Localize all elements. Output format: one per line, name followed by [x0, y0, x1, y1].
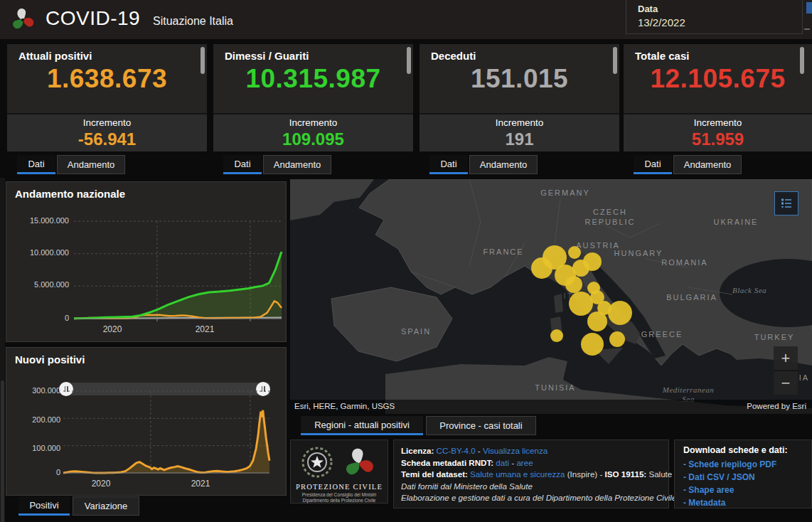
footer-text: (Inspire) - [565, 469, 604, 479]
andamento-nazionale-chart[interactable] [74, 221, 282, 319]
tab-dati-1[interactable]: Dati [17, 155, 55, 174]
footer-text: Salute [648, 469, 672, 479]
map-bubble[interactable] [609, 331, 625, 347]
y-tick: 200.000 [4, 415, 60, 424]
card-increment-section: Incremento -56.941 [7, 113, 207, 151]
tab-variazione[interactable]: Variazione [73, 496, 139, 516]
map-bubble[interactable] [608, 301, 632, 325]
footer-text: Elaborazione e gestione dati a cura del … [401, 493, 676, 502]
tab-province-casi-totali[interactable]: Province - casi totali [426, 416, 536, 435]
card-scrollbar[interactable] [613, 47, 617, 74]
license-line: Scheda metadati RNDT: dati - aree [401, 457, 661, 469]
map-container[interactable]: GERMANYCZECHREPUBLICUKRAINEFRANCEAUSTRIA… [290, 179, 812, 414]
map-bubble[interactable] [569, 292, 593, 316]
footer-link[interactable]: CC-BY-4.0 [437, 446, 476, 455]
legend-list-icon [780, 197, 793, 210]
tab-dati-2[interactable]: Dati [223, 155, 262, 174]
map-bubble[interactable] [565, 276, 582, 293]
card-dimessi-guariti: Dimessi / Guariti 10.315.987 Incremento … [213, 44, 413, 151]
map-bubble[interactable] [531, 257, 552, 279]
increment-value: 51.959 [624, 129, 812, 149]
footer-text: - [509, 458, 516, 467]
footer-text: Temi del dataset: [401, 469, 470, 479]
license-line: Dati forniti dal Ministero della Salute [401, 481, 661, 493]
tab-dati-4[interactable]: Dati [634, 155, 672, 174]
license-line: Temi del dataset: Salute umana e sicurez… [401, 469, 661, 481]
footer-link[interactable]: dati [496, 458, 509, 467]
tab-positivi[interactable]: Positivi [18, 496, 70, 516]
increment-value: 191 [420, 129, 619, 149]
date-label: Data [638, 4, 658, 14]
y-tick: 10.000.000 [12, 248, 69, 257]
tab-andamento-4[interactable]: Andamento [673, 155, 742, 174]
y-tick: 5.000.000 [12, 280, 69, 289]
y-tick: 0 [12, 314, 69, 322]
y-tick: 0 [4, 468, 60, 476]
card-value: 151.015 [420, 64, 619, 94]
card-value: 1.638.673 [7, 64, 207, 94]
increment-value: -56.941 [7, 129, 207, 149]
tab-andamento-2[interactable]: Andamento [263, 155, 331, 174]
increment-label: Incremento [624, 117, 812, 128]
download-box: Download schede e dati: - Schede riepilo… [674, 440, 812, 508]
map-bubble[interactable] [550, 329, 563, 342]
download-link[interactable]: - Shape aree [683, 484, 803, 496]
zoom-in-button[interactable]: + [774, 346, 798, 370]
download-link[interactable]: - Dati CSV / JSON [683, 471, 803, 484]
map-bubble[interactable] [572, 260, 589, 277]
increment-value: 109.095 [213, 129, 413, 149]
footer-link[interactable]: Salute umana e sicurezza [470, 469, 565, 479]
protezione-civile-logo-box: PROTEZIONE CIVILE Presidenza del Consigl… [290, 440, 388, 504]
increment-label: Incremento [420, 117, 619, 128]
card-scrollbar[interactable] [800, 47, 804, 74]
covid-dashboard: COVID-19 Situazione Italia Data 13/2/202… [0, 0, 812, 522]
attribution-text: Esri, HERE, Garmin, USGS [294, 402, 395, 410]
app-subtitle: Situazione Italia [153, 15, 233, 28]
header-divider [802, 0, 803, 33]
increment-label: Incremento [213, 117, 413, 128]
page-scrollbar-track[interactable] [0, 178, 5, 522]
y-tick: 100.000 [4, 444, 60, 452]
nuovi-positivi-area [63, 410, 269, 473]
map-attribution: Esri, HERE, Garmin, USGS Powered by Esri [290, 400, 812, 414]
tab-andamento-1[interactable]: Andamento [57, 155, 125, 174]
download-title: Download schede e dati: [683, 445, 803, 455]
card-increment-section: Incremento 51.959 [624, 113, 812, 151]
date-slicer[interactable]: Data 13/2/2022 [626, 0, 803, 34]
zoom-out-button[interactable]: − [774, 371, 798, 395]
protezione-civile-trilobo-icon [341, 444, 378, 481]
card-scrollbar[interactable] [407, 47, 411, 74]
map-bubble[interactable] [568, 246, 581, 259]
card-title: Dimessi / Guariti [225, 50, 309, 62]
map-bubble[interactable] [587, 311, 607, 331]
card-title: Attuali positivi [18, 50, 92, 62]
header-bar: COVID-19 Situazione Italia Data 13/2/202… [0, 0, 812, 39]
footer-link[interactable]: Visualizza licenza [483, 446, 547, 455]
legend-button[interactable] [774, 191, 798, 215]
license-line: Licenza: CC-BY-4.0 - Visualizza licenza [401, 445, 661, 457]
tab-andamento-3[interactable]: Andamento [469, 155, 538, 174]
bubble-layer [290, 179, 812, 414]
tab-regioni-attuali-positivi[interactable]: Regioni - attuali positivi [301, 416, 423, 435]
download-link[interactable]: - Metadata [683, 496, 803, 509]
repubblica-italiana-emblem-icon [299, 444, 335, 480]
app-title: COVID-19 [46, 7, 140, 30]
license-lines: Licenza: CC-BY-4.0 - Visualizza licenzaS… [401, 445, 661, 504]
x-tick: 2020 [103, 324, 122, 334]
card-increment-section: Incremento 191 [420, 113, 619, 151]
x-tick: 2021 [191, 479, 210, 489]
y-tick: 300.000 [4, 386, 60, 395]
page-scrollbar-thumb[interactable] [1, 380, 4, 522]
cutoff-fragment [806, 2, 812, 14]
footer-link[interactable]: aree [516, 458, 533, 467]
card-scrollbar[interactable] [201, 47, 205, 74]
map-bubble[interactable] [581, 333, 604, 356]
download-link[interactable]: - Schede riepilogo PDF [683, 458, 803, 471]
card-increment-section: Incremento 109.095 [213, 113, 413, 151]
nuovi-positivi-chart[interactable] [63, 391, 269, 473]
chart-title: Nuovi positivi [15, 353, 85, 366]
license-line: Elaborazione e gestione dati a cura del … [401, 492, 661, 504]
logo-subtitle: Dipartimento della Protezione Civile [291, 498, 388, 503]
tab-dati-3[interactable]: Dati [429, 155, 468, 174]
nuovi-positivi-line [63, 410, 269, 473]
